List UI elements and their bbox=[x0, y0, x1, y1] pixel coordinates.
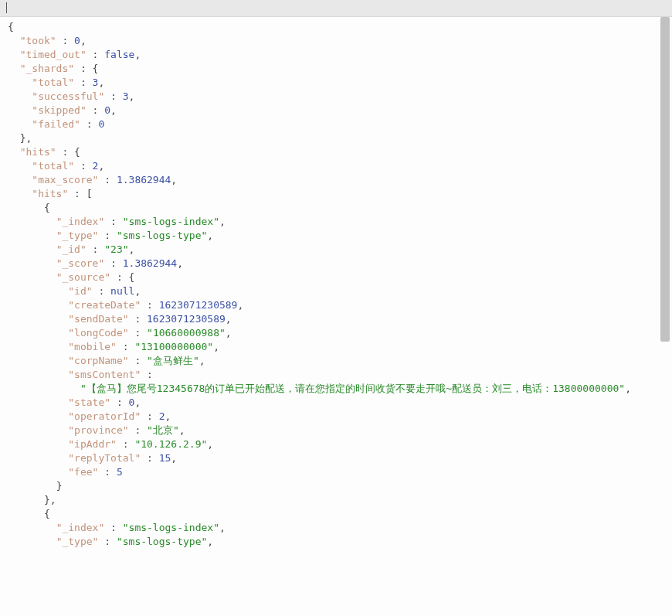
key-shards-skipped: skipped bbox=[38, 104, 80, 116]
editor-topbar bbox=[0, 0, 672, 17]
val-mobile: 13100000000 bbox=[141, 341, 207, 352]
key-fee: fee bbox=[74, 466, 92, 478]
key-source: _source bbox=[62, 271, 104, 283]
val-timed-out: false bbox=[104, 49, 134, 60]
val-max-score: 1.3862944 bbox=[117, 174, 171, 185]
key-score: _score bbox=[62, 257, 98, 269]
key-hits: hits bbox=[25, 146, 49, 158]
key-state: state bbox=[74, 396, 104, 408]
key-operator-id: operatorId bbox=[74, 410, 134, 422]
val-shards-skipped: 0 bbox=[104, 104, 110, 116]
val-province: 北京 bbox=[153, 424, 173, 436]
key-corp-name: corpName bbox=[74, 355, 123, 366]
key-reply-total: replyTotal bbox=[74, 452, 134, 464]
key-hits-array: hits bbox=[38, 188, 62, 199]
val-operator-id: 2 bbox=[159, 410, 165, 422]
scrollbar-thumb[interactable] bbox=[660, 17, 670, 342]
val-reply-total: 15 bbox=[159, 452, 171, 464]
val-long-code: 10660000988 bbox=[153, 327, 219, 339]
key-province: province bbox=[74, 424, 123, 436]
key-shards-total: total bbox=[38, 77, 68, 88]
val-h1-index: sms-logs-index bbox=[129, 522, 214, 533]
key-shards-successful: successful bbox=[38, 90, 98, 102]
val-took: 0 bbox=[74, 35, 80, 46]
key-took: took bbox=[25, 35, 49, 46]
key-send-date: sendDate bbox=[74, 313, 123, 325]
val-sms-content: 【盒马】您尾号12345678的订单已开始配送，请在您指定的时间收货不要走开哦~… bbox=[87, 383, 619, 394]
val-src-id: null bbox=[110, 285, 134, 297]
key-shards-failed: failed bbox=[38, 118, 74, 130]
val-h1-type: sms-logs-type bbox=[123, 536, 202, 547]
key-type-2: _type bbox=[62, 536, 92, 547]
json-code-block: { "took" : 0, "timed_out" : false, "_sha… bbox=[0, 17, 649, 549]
text-cursor bbox=[6, 2, 7, 13]
val-h0-type: sms-logs-type bbox=[123, 230, 202, 241]
scrollbar-track[interactable] bbox=[660, 17, 670, 612]
val-send-date: 1623071230589 bbox=[147, 313, 226, 325]
key-type: _type bbox=[62, 230, 92, 241]
key-mobile: mobile bbox=[74, 341, 110, 352]
key-id: _id bbox=[62, 243, 80, 255]
key-ip-addr: ipAddr bbox=[74, 438, 110, 450]
val-ip-addr: 10.126.2.9 bbox=[141, 438, 201, 450]
val-shards-failed: 0 bbox=[98, 118, 104, 130]
val-shards-successful: 3 bbox=[123, 90, 129, 102]
val-fee: 5 bbox=[117, 466, 123, 478]
val-h0-score: 1.3862944 bbox=[123, 257, 177, 269]
key-shards: _shards bbox=[25, 63, 68, 74]
val-h0-index: sms-logs-index bbox=[129, 216, 214, 227]
key-src-id: id bbox=[74, 285, 87, 297]
key-hits-total: total bbox=[38, 160, 68, 172]
code-viewport: { "took" : 0, "timed_out" : false, "_sha… bbox=[0, 17, 672, 616]
val-corp-name: 盒马鲜生 bbox=[153, 355, 193, 366]
key-timed-out: timed_out bbox=[25, 49, 80, 60]
key-max-score: max_score bbox=[38, 174, 92, 185]
key-long-code: longCode bbox=[74, 327, 123, 339]
key-index: _index bbox=[62, 216, 98, 227]
key-index-2: _index bbox=[62, 522, 98, 533]
val-h0-id: 23 bbox=[110, 243, 123, 255]
val-create-date: 1623071230589 bbox=[159, 299, 238, 311]
key-sms-content: smsContent bbox=[74, 369, 134, 380]
key-create-date: createDate bbox=[74, 299, 134, 311]
